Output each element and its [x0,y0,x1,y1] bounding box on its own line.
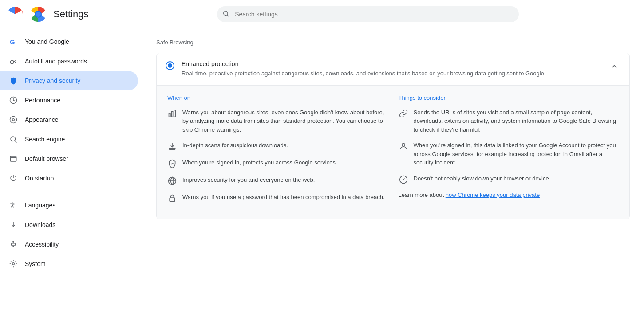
sidebar-label-autofill: Autofill and passwords [25,58,87,65]
main-content: Safe Browsing Enhanced protection Real-t… [142,28,644,317]
globe-icon [167,176,177,186]
things-text-1: Sends the URLs of sites you visit and a … [414,108,619,134]
enhanced-protection-desc: Real-time, proactive protection against … [182,69,544,78]
power-icon [9,174,18,183]
svg-rect-14 [10,156,16,161]
chrome-logo-wrap [30,6,46,22]
svg-point-9 [10,61,14,64]
safe-browsing-title: Safe Browsing [156,39,630,46]
when-on-text-4: Improves security for you and everyone o… [182,176,315,184]
things-to-consider-column: Things to consider Sends the URLs of sit… [399,94,619,211]
svg-rect-18 [169,113,170,117]
languages-icon [9,201,18,210]
things-item-1: Sends the URLs of sites you visit and a … [399,108,619,134]
enhanced-protection-option[interactable]: Enhanced protection Real-time, proactive… [157,53,629,85]
things-to-consider-header: Things to consider [399,94,619,101]
sidebar-label-appearance: Appearance [25,116,59,123]
system-icon [9,259,18,268]
svg-rect-19 [171,111,173,117]
when-on-text-2: In-depth scans for suspicious downloads. [182,141,288,150]
search-engine-icon [9,135,18,144]
speed-icon [399,175,408,184]
search-input[interactable] [217,6,519,22]
when-on-header: When on [167,94,388,101]
when-on-item-3: When you're signed in, protects you acro… [167,158,388,168]
sidebar-divider [9,192,133,192]
header: Settings [0,0,644,28]
svg-point-24 [402,143,405,146]
link-icon [399,109,408,118]
search-bar [217,6,519,22]
sidebar-label-downloads: Downloads [25,221,55,228]
when-on-text-1: Warns you about dangerous sites, even on… [182,108,388,134]
expanded-panel: When on Warns you about dangerous sites,… [157,85,629,219]
accessibility-icon [9,240,18,249]
browser-icon [9,154,18,163]
sidebar: G You and Google Autofill and passwords … [0,28,142,317]
svg-point-5 [36,12,41,17]
download-scan-icon [167,141,177,151]
sidebar-item-languages[interactable]: Languages [0,196,138,215]
sidebar-item-downloads[interactable]: Downloads [0,215,138,235]
sidebar-label-accessibility: Accessibility [25,241,59,248]
sidebar-item-autofill[interactable]: Autofill and passwords [0,51,138,71]
svg-rect-20 [174,110,175,117]
things-text-3: Doesn't noticeably slow down your browse… [414,174,551,183]
sidebar-label-languages: Languages [25,202,55,209]
when-on-item-5: Warns you if you use a password that has… [167,193,388,203]
sidebar-label-on-startup: On startup [25,175,54,182]
key-icon [9,57,18,66]
sidebar-label-you-and-google: You and Google [25,38,69,45]
things-item-3: Doesn't noticeably slow down your browse… [399,174,619,184]
learn-more-link[interactable]: how Chrome keeps your data private [446,192,540,198]
when-on-item-4: Improves security for you and everyone o… [167,176,388,186]
radio-button-enhanced[interactable] [166,61,174,70]
sidebar-item-on-startup[interactable]: On startup [0,168,138,188]
sidebar-item-system[interactable]: System [0,254,138,274]
when-on-item-1: Warns you about dangerous sites, even on… [167,108,388,134]
svg-point-17 [12,263,15,265]
when-on-text-5: Warns you if you use a password that has… [182,193,385,202]
google-g-icon: G [9,37,18,46]
downloads-icon [9,220,18,229]
account-icon [399,141,408,151]
sidebar-item-default-browser[interactable]: Default browser [0,149,138,168]
shield-check-icon [167,159,177,168]
sidebar-item-accessibility[interactable]: Accessibility [0,235,138,254]
enhanced-protection-text: Enhanced protection Real-time, proactive… [182,60,544,78]
sidebar-item-performance[interactable]: Performance [0,90,138,110]
learn-more-text: Learn more about how Chrome keeps your d… [399,192,619,198]
sidebar-label-default-browser: Default browser [25,155,68,162]
svg-line-7 [227,15,229,16]
things-text-2: When you're signed in, this data is link… [414,141,619,167]
sidebar-item-appearance[interactable]: Appearance [0,110,138,129]
sidebar-label-privacy: Privacy and security [25,77,80,84]
bar-chart-icon [167,109,177,118]
shield-icon [9,76,18,85]
sidebar-item-you-and-google[interactable]: G You and Google [0,32,138,51]
svg-rect-23 [170,198,175,201]
sidebar-label-system: System [25,260,46,267]
enhanced-protection-title: Enhanced protection [182,60,544,67]
sidebar-item-privacy[interactable]: Privacy and security [0,71,138,90]
main-layout: G You and Google Autofill and passwords … [0,28,644,317]
search-icon [222,10,229,18]
svg-line-13 [15,141,16,142]
appearance-icon [9,115,18,124]
when-on-column: When on Warns you about dangerous sites,… [167,94,388,211]
svg-point-16 [13,241,14,242]
sidebar-label-performance: Performance [25,97,60,104]
sidebar-item-search-engine[interactable]: Search engine [0,129,138,149]
chevron-up-icon[interactable] [608,60,620,74]
svg-point-12 [11,137,16,141]
svg-point-11 [12,119,15,121]
when-on-item-2: In-depth scans for suspicious downloads. [167,141,388,151]
two-col-layout: When on Warns you about dangerous sites,… [167,94,619,211]
key-password-icon [167,193,177,203]
when-on-text-3: When you're signed in, protects you acro… [182,158,337,167]
svg-text:G: G [10,38,15,46]
svg-point-10 [10,117,17,123]
learn-more-prefix: Learn more about [399,192,446,198]
page-title: Settings [53,8,89,20]
safe-browsing-card: Enhanced protection Real-time, proactive… [156,53,630,219]
